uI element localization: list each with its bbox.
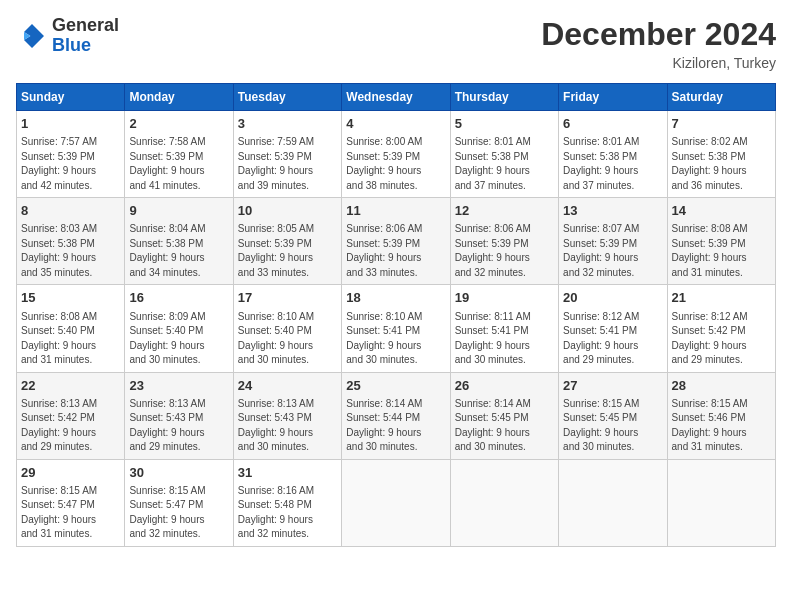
day-number: 13	[563, 202, 662, 220]
calendar-cell: 23Sunrise: 8:13 AM Sunset: 5:43 PM Dayli…	[125, 372, 233, 459]
calendar-cell: 16Sunrise: 8:09 AM Sunset: 5:40 PM Dayli…	[125, 285, 233, 372]
day-detail: Sunrise: 8:04 AM Sunset: 5:38 PM Dayligh…	[129, 222, 228, 280]
day-detail: Sunrise: 8:00 AM Sunset: 5:39 PM Dayligh…	[346, 135, 445, 193]
calendar-cell: 13Sunrise: 8:07 AM Sunset: 5:39 PM Dayli…	[559, 198, 667, 285]
day-number: 5	[455, 115, 554, 133]
day-detail: Sunrise: 8:06 AM Sunset: 5:39 PM Dayligh…	[455, 222, 554, 280]
day-number: 3	[238, 115, 337, 133]
day-number: 24	[238, 377, 337, 395]
calendar-cell: 17Sunrise: 8:10 AM Sunset: 5:40 PM Dayli…	[233, 285, 341, 372]
day-number: 15	[21, 289, 120, 307]
calendar-cell: 7Sunrise: 8:02 AM Sunset: 5:38 PM Daylig…	[667, 111, 775, 198]
weekday-header: Monday	[125, 84, 233, 111]
day-number: 22	[21, 377, 120, 395]
calendar-cell: 31Sunrise: 8:16 AM Sunset: 5:48 PM Dayli…	[233, 459, 341, 546]
calendar-cell: 15Sunrise: 8:08 AM Sunset: 5:40 PM Dayli…	[17, 285, 125, 372]
day-number: 25	[346, 377, 445, 395]
calendar-week-row: 8Sunrise: 8:03 AM Sunset: 5:38 PM Daylig…	[17, 198, 776, 285]
calendar-week-row: 15Sunrise: 8:08 AM Sunset: 5:40 PM Dayli…	[17, 285, 776, 372]
calendar-cell: 8Sunrise: 8:03 AM Sunset: 5:38 PM Daylig…	[17, 198, 125, 285]
day-detail: Sunrise: 8:15 AM Sunset: 5:46 PM Dayligh…	[672, 397, 771, 455]
weekday-header: Wednesday	[342, 84, 450, 111]
day-detail: Sunrise: 8:06 AM Sunset: 5:39 PM Dayligh…	[346, 222, 445, 280]
day-detail: Sunrise: 8:01 AM Sunset: 5:38 PM Dayligh…	[455, 135, 554, 193]
day-detail: Sunrise: 8:15 AM Sunset: 5:47 PM Dayligh…	[129, 484, 228, 542]
day-detail: Sunrise: 8:15 AM Sunset: 5:45 PM Dayligh…	[563, 397, 662, 455]
day-detail: Sunrise: 8:08 AM Sunset: 5:40 PM Dayligh…	[21, 310, 120, 368]
calendar-cell: 14Sunrise: 8:08 AM Sunset: 5:39 PM Dayli…	[667, 198, 775, 285]
day-detail: Sunrise: 8:13 AM Sunset: 5:43 PM Dayligh…	[129, 397, 228, 455]
day-number: 19	[455, 289, 554, 307]
day-detail: Sunrise: 8:11 AM Sunset: 5:41 PM Dayligh…	[455, 310, 554, 368]
day-number: 7	[672, 115, 771, 133]
day-number: 8	[21, 202, 120, 220]
calendar-cell	[450, 459, 558, 546]
calendar-cell: 28Sunrise: 8:15 AM Sunset: 5:46 PM Dayli…	[667, 372, 775, 459]
day-detail: Sunrise: 8:07 AM Sunset: 5:39 PM Dayligh…	[563, 222, 662, 280]
day-detail: Sunrise: 7:59 AM Sunset: 5:39 PM Dayligh…	[238, 135, 337, 193]
day-number: 31	[238, 464, 337, 482]
calendar-cell: 3Sunrise: 7:59 AM Sunset: 5:39 PM Daylig…	[233, 111, 341, 198]
day-detail: Sunrise: 8:14 AM Sunset: 5:45 PM Dayligh…	[455, 397, 554, 455]
weekday-header: Friday	[559, 84, 667, 111]
calendar-cell	[559, 459, 667, 546]
day-detail: Sunrise: 8:15 AM Sunset: 5:47 PM Dayligh…	[21, 484, 120, 542]
location: Kiziloren, Turkey	[541, 55, 776, 71]
logo-general: General	[52, 16, 119, 36]
day-number: 30	[129, 464, 228, 482]
day-number: 16	[129, 289, 228, 307]
day-number: 26	[455, 377, 554, 395]
logo-blue: Blue	[52, 36, 119, 56]
calendar-cell: 19Sunrise: 8:11 AM Sunset: 5:41 PM Dayli…	[450, 285, 558, 372]
calendar-cell: 27Sunrise: 8:15 AM Sunset: 5:45 PM Dayli…	[559, 372, 667, 459]
logo: General Blue	[16, 16, 119, 56]
calendar-cell: 21Sunrise: 8:12 AM Sunset: 5:42 PM Dayli…	[667, 285, 775, 372]
day-number: 6	[563, 115, 662, 133]
day-number: 17	[238, 289, 337, 307]
day-detail: Sunrise: 8:08 AM Sunset: 5:39 PM Dayligh…	[672, 222, 771, 280]
calendar-cell: 2Sunrise: 7:58 AM Sunset: 5:39 PM Daylig…	[125, 111, 233, 198]
calendar-header-row: SundayMondayTuesdayWednesdayThursdayFrid…	[17, 84, 776, 111]
day-number: 21	[672, 289, 771, 307]
calendar-cell: 12Sunrise: 8:06 AM Sunset: 5:39 PM Dayli…	[450, 198, 558, 285]
day-detail: Sunrise: 8:14 AM Sunset: 5:44 PM Dayligh…	[346, 397, 445, 455]
day-detail: Sunrise: 8:02 AM Sunset: 5:38 PM Dayligh…	[672, 135, 771, 193]
calendar-cell: 24Sunrise: 8:13 AM Sunset: 5:43 PM Dayli…	[233, 372, 341, 459]
day-detail: Sunrise: 8:09 AM Sunset: 5:40 PM Dayligh…	[129, 310, 228, 368]
day-number: 12	[455, 202, 554, 220]
day-number: 11	[346, 202, 445, 220]
day-detail: Sunrise: 8:05 AM Sunset: 5:39 PM Dayligh…	[238, 222, 337, 280]
calendar-cell: 1Sunrise: 7:57 AM Sunset: 5:39 PM Daylig…	[17, 111, 125, 198]
day-detail: Sunrise: 8:13 AM Sunset: 5:43 PM Dayligh…	[238, 397, 337, 455]
day-detail: Sunrise: 8:13 AM Sunset: 5:42 PM Dayligh…	[21, 397, 120, 455]
calendar-cell: 26Sunrise: 8:14 AM Sunset: 5:45 PM Dayli…	[450, 372, 558, 459]
month-title: December 2024	[541, 16, 776, 53]
logo-icon	[16, 20, 48, 52]
day-number: 1	[21, 115, 120, 133]
day-number: 18	[346, 289, 445, 307]
calendar-cell: 29Sunrise: 8:15 AM Sunset: 5:47 PM Dayli…	[17, 459, 125, 546]
day-number: 27	[563, 377, 662, 395]
day-number: 23	[129, 377, 228, 395]
day-detail: Sunrise: 8:16 AM Sunset: 5:48 PM Dayligh…	[238, 484, 337, 542]
calendar-cell: 20Sunrise: 8:12 AM Sunset: 5:41 PM Dayli…	[559, 285, 667, 372]
calendar-table: SundayMondayTuesdayWednesdayThursdayFrid…	[16, 83, 776, 547]
page-header: General Blue December 2024 Kiziloren, Tu…	[16, 16, 776, 71]
day-number: 29	[21, 464, 120, 482]
title-block: December 2024 Kiziloren, Turkey	[541, 16, 776, 71]
calendar-cell: 30Sunrise: 8:15 AM Sunset: 5:47 PM Dayli…	[125, 459, 233, 546]
calendar-cell: 11Sunrise: 8:06 AM Sunset: 5:39 PM Dayli…	[342, 198, 450, 285]
calendar-cell: 10Sunrise: 8:05 AM Sunset: 5:39 PM Dayli…	[233, 198, 341, 285]
day-detail: Sunrise: 8:12 AM Sunset: 5:41 PM Dayligh…	[563, 310, 662, 368]
day-detail: Sunrise: 8:12 AM Sunset: 5:42 PM Dayligh…	[672, 310, 771, 368]
calendar-cell: 6Sunrise: 8:01 AM Sunset: 5:38 PM Daylig…	[559, 111, 667, 198]
calendar-week-row: 22Sunrise: 8:13 AM Sunset: 5:42 PM Dayli…	[17, 372, 776, 459]
day-detail: Sunrise: 7:58 AM Sunset: 5:39 PM Dayligh…	[129, 135, 228, 193]
weekday-header: Saturday	[667, 84, 775, 111]
calendar-cell: 18Sunrise: 8:10 AM Sunset: 5:41 PM Dayli…	[342, 285, 450, 372]
day-detail: Sunrise: 8:01 AM Sunset: 5:38 PM Dayligh…	[563, 135, 662, 193]
calendar-cell: 22Sunrise: 8:13 AM Sunset: 5:42 PM Dayli…	[17, 372, 125, 459]
day-detail: Sunrise: 8:10 AM Sunset: 5:40 PM Dayligh…	[238, 310, 337, 368]
day-number: 4	[346, 115, 445, 133]
day-detail: Sunrise: 7:57 AM Sunset: 5:39 PM Dayligh…	[21, 135, 120, 193]
